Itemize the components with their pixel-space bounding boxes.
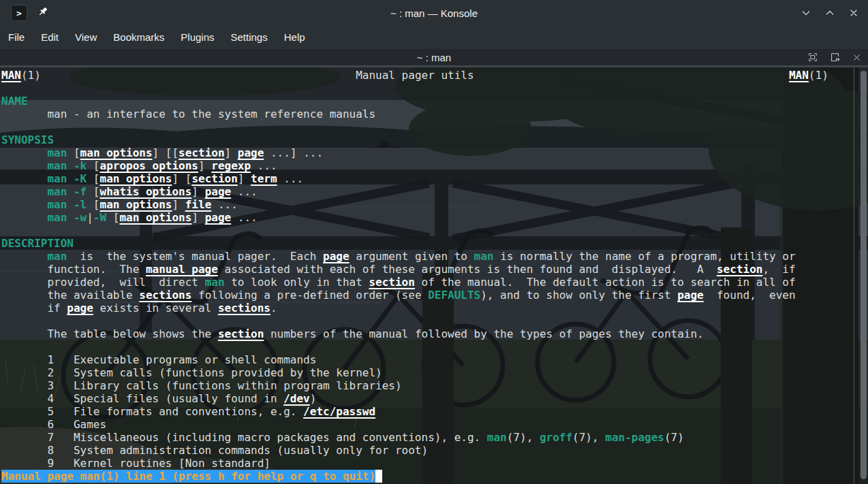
- terminal-line: [1, 120, 868, 133]
- scrollbar-track[interactable]: [854, 67, 868, 484]
- menu-item-bookmarks[interactable]: Bookmarks: [105, 26, 172, 49]
- tabbar: ~ : man: [0, 49, 868, 67]
- terminal-line: 5 File formats and conventions, e.g. /et…: [1, 405, 868, 418]
- terminal-line: man is the system's manual pager. Each p…: [1, 250, 868, 263]
- terminal-line: man -K [man options] [section] term ...: [1, 172, 868, 185]
- window-title: ~ : man — Konsole: [0, 0, 868, 26]
- terminal-line: 2 System calls (functions provided by th…: [1, 366, 868, 379]
- terminal-line: man -f [whatis options] page ...: [1, 185, 868, 198]
- terminal-line: 6 Games: [1, 418, 868, 431]
- menu-item-file[interactable]: File: [0, 26, 33, 49]
- pager-status-line: Manual page man(1) line 1 (press h for h…: [1, 470, 868, 483]
- terminal-line: [1, 314, 868, 327]
- menu-item-edit[interactable]: Edit: [33, 26, 67, 49]
- terminal-line: MAN(1) Manual pager utils MAN(1): [1, 69, 868, 82]
- terminal-line: [1, 224, 868, 237]
- terminal-line: The table below shows the section number…: [1, 327, 868, 340]
- expand-view-icon[interactable]: [807, 51, 819, 63]
- tabbar-icons: [807, 49, 863, 65]
- close-tab-icon[interactable]: [850, 51, 863, 63]
- terminal-viewport[interactable]: MAN(1) Manual pager utils MAN(1) NAME ma…: [0, 67, 868, 484]
- scrollbar-thumb[interactable]: [861, 71, 867, 479]
- terminal-line: 4 Special files (usually found in /dev): [1, 392, 868, 405]
- pin-icon[interactable]: [37, 5, 49, 20]
- terminal-line: NAME: [1, 95, 868, 108]
- minimize-button[interactable]: [800, 7, 812, 19]
- konsole-app-icon[interactable]: >: [11, 5, 27, 21]
- pager-status-text: Manual page man(1) line 1 (press h for h…: [1, 470, 375, 483]
- terminal-line: man -k [apropos options] regexp ...: [1, 159, 868, 172]
- terminal-screen: MAN(1) Manual pager utils MAN(1) NAME ma…: [0, 67, 868, 484]
- terminal-line: man [man options] [[section] page ...] .…: [1, 146, 868, 159]
- menu-item-help[interactable]: Help: [276, 26, 313, 49]
- menu-item-plugins[interactable]: Plugins: [172, 26, 222, 49]
- menubar: FileEditViewBookmarksPluginsSettingsHelp: [0, 26, 868, 49]
- tab-title[interactable]: ~ : man: [417, 52, 451, 63]
- terminal-line: 7 Miscellaneous (including macro package…: [1, 431, 868, 444]
- terminal-line: [1, 82, 868, 95]
- titlebar-left-icons: >: [11, 0, 49, 26]
- terminal-cursor: [375, 470, 382, 483]
- terminal-line: 3 Library calls (functions within progra…: [1, 379, 868, 392]
- new-tab-icon[interactable]: [828, 51, 841, 63]
- window-controls: [800, 0, 860, 26]
- terminal-line: DESCRIPTION: [1, 237, 868, 250]
- terminal-line: [1, 340, 868, 353]
- titlebar[interactable]: > ~ : man — Konsole: [0, 0, 868, 26]
- terminal-line: man -w|-W [man options] page ...: [1, 211, 868, 224]
- menu-item-settings[interactable]: Settings: [223, 26, 276, 49]
- terminal-line: man -l [man options] file ...: [1, 198, 868, 211]
- close-button[interactable]: [848, 7, 860, 19]
- terminal-line: SYNOPSIS: [1, 133, 868, 146]
- terminal-line: the available sections following a pre-d…: [1, 289, 868, 302]
- konsole-window: > ~ : man — Konsole: [0, 0, 868, 484]
- terminal-line: provided, will direct man to look only i…: [1, 276, 868, 289]
- terminal-line: function. The manual page associated wit…: [1, 263, 868, 276]
- terminal-line: 8 System administration commands (usuall…: [1, 444, 868, 457]
- menu-item-view[interactable]: View: [67, 26, 105, 49]
- terminal-line: man - an interface to the system referen…: [1, 108, 868, 120]
- terminal-line: if page exists in several sections.: [1, 302, 868, 314]
- terminal-line: 1 Executable programs or shell commands: [1, 353, 868, 366]
- terminal-line: 9 Kernel routines [Non standard]: [1, 457, 868, 470]
- maximize-button[interactable]: [824, 7, 836, 19]
